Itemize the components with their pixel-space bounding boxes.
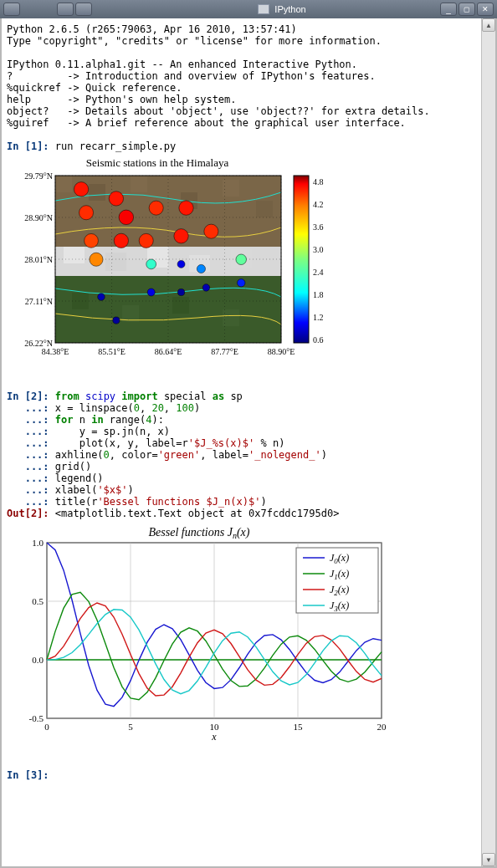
svg-rect-11 <box>105 253 126 271</box>
svg-text:20: 20 <box>377 722 387 732</box>
kw: as <box>213 391 224 402</box>
cont-prompt: ...: <box>7 437 55 449</box>
svg-point-47 <box>177 288 184 295</box>
kw: for <box>55 414 74 426</box>
titlebar-menu-button[interactable] <box>3 3 20 16</box>
terminal-output[interactable]: Python 2.6.5 (r265:79063, Apr 16 2010, 1… <box>2 18 481 866</box>
seismic-map-plot: Seismic stations in the Himalaya <box>7 157 478 365</box>
ytick: 28.01°N <box>24 255 53 264</box>
colorbar <box>294 176 309 343</box>
bessel-svg: Bessel functions Jn(x) J0(x) J1(x) J2(x)… <box>7 524 392 742</box>
legend: J0(x) J1(x) J2(x) J3(x) <box>296 548 378 613</box>
cbar-tick: 4.8 <box>313 177 324 186</box>
txt: ) <box>194 402 200 414</box>
cont-prompt: ...: <box>7 472 55 484</box>
cont-prompt: ...: <box>7 414 55 426</box>
svg-point-29 <box>74 182 88 197</box>
out-val: <matplotlib.text.Text object at 0x7fcddc… <box>55 508 340 519</box>
txt: , label= <box>200 449 248 461</box>
svg-point-41 <box>177 260 185 268</box>
xtick: 87.77°E <box>211 347 238 356</box>
content-frame: Python 2.6.5 (r265:79063, Apr 16 2010, 1… <box>0 18 497 868</box>
txt: ): <box>151 414 163 426</box>
cont-prompt: ...: <box>7 496 55 508</box>
window-title: IPython <box>274 4 305 14</box>
txt: , <box>140 402 151 414</box>
txt: x = linspace( <box>55 402 134 414</box>
svg-text:J3(x): J3(x) <box>330 600 349 613</box>
xtick: 88.90°E <box>268 347 295 356</box>
svg-point-46 <box>147 288 155 296</box>
txt: grid() <box>55 461 91 472</box>
close-button[interactable]: ✕ <box>477 3 494 16</box>
ytick: 28.90°N <box>24 213 53 222</box>
svg-rect-6 <box>131 176 147 192</box>
cbar-tick: 3.0 <box>313 245 324 254</box>
cbar-tick: 3.6 <box>313 222 324 232</box>
bessel-plot: Bessel functions Jn(x) J0(x) J1(x) J2(x)… <box>7 524 478 744</box>
num: 0 <box>134 402 140 414</box>
num: 100 <box>176 402 194 414</box>
xtick: 85.51°E <box>98 347 126 356</box>
bessel-title: Bessel functions Jn(x) <box>149 526 250 540</box>
kw: in <box>91 414 103 426</box>
txt: axhline( <box>55 449 104 461</box>
in-prompt: In [ <box>7 391 31 402</box>
txt: title(r <box>55 496 98 508</box>
scroll-down-button[interactable]: ▼ <box>482 853 495 866</box>
svg-point-43 <box>236 254 247 265</box>
txt: legend() <box>55 472 104 484</box>
txt: special <box>158 391 213 402</box>
header-line: help -> Python's own help system. <box>7 94 237 105</box>
in-prompt-end: ]: <box>37 140 55 152</box>
xtick: 84.38°E <box>42 347 69 356</box>
txt: % n) <box>254 437 284 449</box>
header-line: ? -> Introduction and overview of IPytho… <box>7 70 376 82</box>
svg-text:-0.5: -0.5 <box>29 713 44 723</box>
vertical-scrollbar[interactable]: ▲ ▼ <box>481 18 495 866</box>
svg-point-44 <box>90 253 103 266</box>
svg-point-37 <box>139 233 153 248</box>
ytick: 29.79°N <box>24 171 53 181</box>
cont-prompt: ...: <box>7 461 55 472</box>
svg-point-40 <box>146 259 156 269</box>
svg-point-45 <box>98 294 105 300</box>
header-line: Type "copyright", "credits" or "license"… <box>7 35 382 47</box>
header-line: object? -> Details about 'object', use '… <box>7 105 430 117</box>
str: 'Bessel functions $J_n(x)$' <box>97 496 260 508</box>
app-icon <box>258 4 269 14</box>
map-title: Seismic stations in the Himalaya <box>40 157 274 169</box>
maximize-button[interactable]: ▢ <box>459 3 475 16</box>
svg-point-50 <box>113 317 120 324</box>
out-end: ]: <box>37 508 55 519</box>
svg-point-31 <box>79 206 94 220</box>
cont-prompt: ...: <box>7 449 55 461</box>
svg-point-39 <box>204 224 218 238</box>
svg-text:0: 0 <box>44 722 49 732</box>
txt: n <box>73 414 91 426</box>
str: '$x$' <box>97 484 127 496</box>
txt: sp <box>224 391 243 402</box>
cont-prompt: ...: <box>7 402 55 414</box>
svg-text:J2(x): J2(x) <box>330 584 349 597</box>
xlabel: x <box>211 731 217 742</box>
txt: ) <box>321 449 327 461</box>
scroll-up-button[interactable]: ▲ <box>482 18 495 32</box>
svg-text:0.0: 0.0 <box>32 655 44 665</box>
mod: scipy <box>79 391 122 402</box>
txt: xlabel( <box>55 484 98 496</box>
titlebar-button-3[interactable] <box>75 3 92 16</box>
svg-text:J0(x): J0(x) <box>330 552 349 565</box>
svg-text:5: 5 <box>128 722 133 732</box>
cbar-tick: 0.6 <box>313 335 324 345</box>
minimize-button[interactable]: _ <box>440 3 457 16</box>
in-prompt: In [ <box>7 140 31 152</box>
kw: import <box>121 391 157 402</box>
svg-point-30 <box>109 191 123 206</box>
svg-point-36 <box>114 233 128 248</box>
cmd-text: run recarr_simple.py <box>55 140 177 152</box>
window-titlebar: IPython _ ▢ ✕ <box>0 0 497 19</box>
cbar-tick: 1.2 <box>313 313 324 322</box>
titlebar-button-2[interactable] <box>57 3 74 16</box>
header-line: IPython 0.11.alpha1.git -- An enhanced I… <box>7 59 357 70</box>
